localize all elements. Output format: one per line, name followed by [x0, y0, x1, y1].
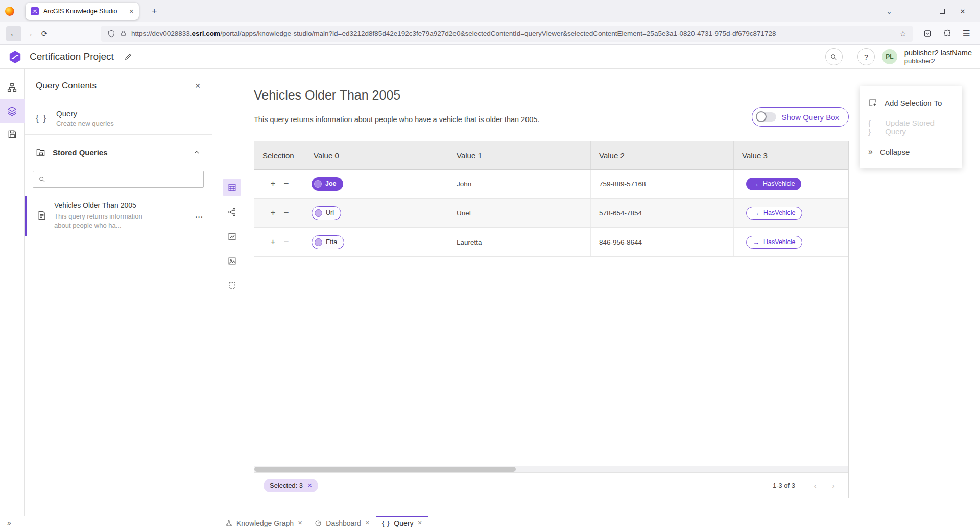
tab-knowledge-graph[interactable]: Knowledge Graph ✕ [219, 516, 308, 530]
cell-value: 759-889-57168 [591, 170, 734, 198]
table-row[interactable]: +− Etta Lauretta 846-956-8644 →HasVehicl… [254, 228, 848, 257]
window-close-button[interactable]: ✕ [952, 8, 973, 15]
scrollbar-thumb[interactable] [254, 467, 516, 472]
extensions-icon[interactable] [939, 26, 954, 41]
entity-pill[interactable]: Etta [312, 235, 344, 249]
firefox-icon[interactable] [5, 7, 14, 16]
back-button[interactable]: ← [6, 26, 21, 41]
chevron-up-icon[interactable] [193, 148, 201, 156]
tab-query[interactable]: { } Query ✕ [376, 516, 428, 530]
stored-query-description: This query returns information about peo… [54, 212, 159, 230]
column-header[interactable]: Value 1 [448, 141, 591, 169]
pagination-count: 1-3 of 3 [773, 481, 795, 489]
horizontal-scrollbar[interactable] [254, 466, 848, 472]
expand-panel-icon[interactable]: » [7, 519, 11, 527]
add-selection-icon [868, 98, 877, 107]
new-tab-button[interactable]: + [147, 6, 161, 17]
table-view-icon[interactable] [223, 179, 241, 196]
knowledge-graph-icon [225, 520, 232, 527]
user-avatar[interactable]: PL [882, 49, 897, 64]
hierarchy-view-icon[interactable] [0, 76, 25, 99]
edit-title-icon[interactable] [124, 53, 132, 61]
tab-list-chevron-icon[interactable]: ⌄ [879, 8, 899, 15]
add-to-selection-button[interactable]: + [271, 208, 276, 218]
tab-dashboard[interactable]: Dashboard ✕ [308, 516, 376, 530]
window-minimize-button[interactable]: — [912, 8, 932, 15]
remove-from-selection-button[interactable]: − [284, 237, 289, 247]
folder-icon [36, 148, 45, 157]
entity-pill[interactable]: Uri [312, 206, 341, 220]
stored-queries-title: Stored Queries [53, 148, 108, 157]
browser-tab-strip: ArcGIS Knowledge Studio ✕ + ⌄ — ✕ [0, 0, 980, 22]
show-query-box-toggle[interactable]: Show Query Box [752, 107, 849, 127]
table-row[interactable]: +− Uri Uriel 578-654-7854 →HasVehicle [254, 199, 848, 228]
relationship-pill[interactable]: →HasVehicle [746, 236, 802, 249]
more-options-icon[interactable]: … [195, 210, 204, 220]
remove-from-selection-button[interactable]: − [284, 179, 289, 189]
close-tab-icon[interactable]: ✕ [365, 520, 370, 526]
table-row[interactable]: +− Joe John 759-889-57168 →HasVehicle [254, 170, 848, 199]
clear-selection-icon[interactable]: ✕ [307, 482, 312, 489]
lock-icon[interactable] [120, 30, 127, 37]
user-name-block[interactable]: publisher2 lastName publisher2 [904, 48, 972, 65]
browser-toolbar: ← → ⟳ https://dev0028833.esri.com/portal… [0, 22, 980, 45]
remove-from-selection-button[interactable]: − [284, 208, 289, 218]
search-button[interactable] [825, 48, 843, 65]
tab-close-icon[interactable]: ✕ [129, 8, 134, 15]
entity-pill[interactable]: Joe [312, 177, 343, 191]
url-bar[interactable]: https://dev0028833.esri.com/portal/apps/… [101, 26, 913, 42]
next-page-icon[interactable]: › [828, 481, 839, 490]
stored-query-item[interactable]: Vehicles Older Than 2005 This query retu… [25, 196, 212, 236]
selected-count-chip[interactable]: Selected: 3✕ [264, 479, 318, 492]
column-header[interactable]: Value 2 [591, 141, 734, 169]
show-query-box-label: Show Query Box [781, 113, 839, 122]
cell-value: 578-654-7854 [591, 199, 734, 227]
menu-icon[interactable]: ☰ [959, 26, 974, 41]
toggle-switch[interactable] [757, 112, 776, 122]
menu-item-collapse[interactable]: » Collapse [860, 139, 962, 164]
bookmark-star-icon[interactable]: ☆ [900, 29, 906, 38]
browser-tab[interactable]: ArcGIS Knowledge Studio ✕ [26, 3, 139, 20]
stored-queries-section[interactable]: Stored Queries [25, 142, 212, 162]
stored-queries-searchbox[interactable] [33, 171, 204, 188]
map-view-icon[interactable] [223, 252, 241, 270]
shield-icon[interactable] [107, 30, 115, 38]
forward-button[interactable]: → [21, 26, 37, 41]
app-header: Certification Project ? PL publisher2 la… [0, 45, 980, 69]
relationship-pill[interactable]: →HasVehicle [746, 178, 801, 190]
chart-view-icon[interactable] [223, 228, 241, 245]
layers-view-icon[interactable] [0, 99, 25, 123]
save-view-icon[interactable] [0, 123, 25, 146]
close-tab-icon[interactable]: ✕ [298, 520, 302, 526]
menu-item-add-selection-to[interactable]: Add Selection To [860, 90, 962, 115]
select-region-icon[interactable] [223, 277, 241, 294]
pocket-icon[interactable] [920, 26, 935, 41]
search-icon [38, 176, 45, 183]
menu-item-update-stored-query[interactable]: { } Update Stored Query [860, 115, 962, 139]
previous-page-icon[interactable]: ‹ [809, 481, 821, 490]
column-header[interactable]: Value 3 [734, 141, 848, 169]
entity-dot-icon [314, 180, 322, 188]
relationship-pill[interactable]: →HasVehicle [746, 207, 802, 220]
add-to-selection-button[interactable]: + [271, 237, 276, 247]
close-tab-icon[interactable]: ✕ [417, 520, 422, 526]
window-maximize-button[interactable] [932, 8, 952, 15]
add-to-selection-button[interactable]: + [271, 179, 276, 189]
search-input[interactable] [50, 176, 198, 183]
braces-icon: { } [36, 113, 47, 124]
panel-close-icon[interactable]: ✕ [195, 82, 201, 90]
column-header[interactable]: Selection [254, 141, 305, 169]
page-title: Vehicles Older Than 2005 [254, 88, 400, 103]
query-item-title: Query [56, 109, 114, 118]
reload-button[interactable]: ⟳ [37, 26, 52, 41]
arrow-icon: → [753, 209, 759, 217]
query-contents-panel: Query Contents ✕ { } Query Create new qu… [25, 69, 212, 516]
stored-query-title: Vehicles Older Than 2005 [54, 201, 159, 209]
panel-title: Query Contents [36, 81, 97, 91]
new-query-item[interactable]: { } Query Create new queries [25, 102, 212, 135]
arrow-icon: → [753, 238, 759, 246]
link-chart-view-icon[interactable] [223, 203, 241, 221]
column-header[interactable]: Value 0 [305, 141, 448, 169]
double-chevron-icon: » [868, 147, 873, 156]
help-button[interactable]: ? [857, 48, 875, 65]
